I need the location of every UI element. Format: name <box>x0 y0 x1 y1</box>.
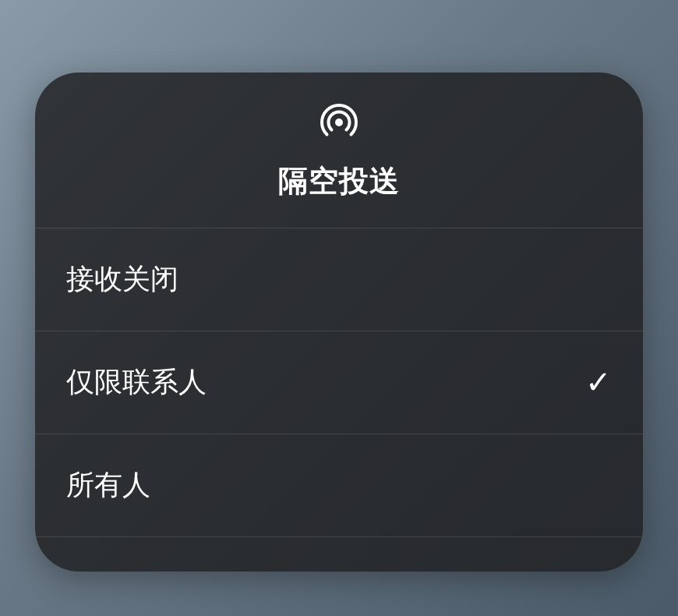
option-contacts-only[interactable]: 仅限联系人 ✓ <box>35 331 643 434</box>
panel-header: 隔空投送 <box>35 73 643 228</box>
svg-point-0 <box>335 119 343 126</box>
options-list: 接收关闭 ✓ 仅限联系人 ✓ 所有人 ✓ <box>35 228 643 572</box>
option-label: 仅限联系人 <box>66 363 207 402</box>
checkmark-icon: ✓ <box>585 364 612 400</box>
option-everyone[interactable]: 所有人 ✓ <box>35 434 643 537</box>
airdrop-panel: 隔空投送 接收关闭 ✓ 仅限联系人 ✓ 所有人 ✓ <box>35 73 643 572</box>
panel-title: 隔空投送 <box>278 161 400 201</box>
option-label: 所有人 <box>66 466 150 504</box>
option-receiving-off[interactable]: 接收关闭 ✓ <box>35 228 643 331</box>
option-label: 接收关闭 <box>66 260 178 299</box>
airdrop-icon <box>317 101 361 144</box>
